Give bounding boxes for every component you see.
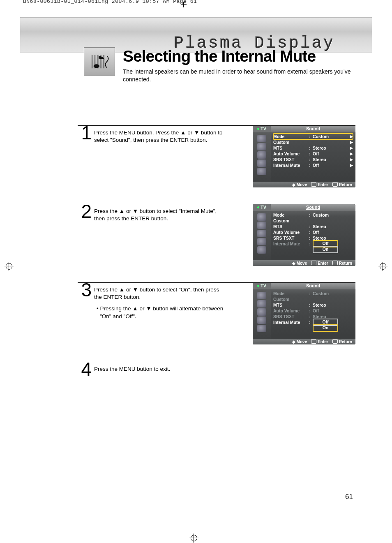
channel-icon	[257, 151, 266, 159]
osd-row-mode: Mode:Custom▶	[273, 134, 353, 139]
svg-point-0	[94, 64, 99, 68]
step-number: 4	[78, 360, 92, 379]
step-number: 2	[78, 202, 92, 221]
osd-row-srs: SRS TSXT:Stereo▶	[273, 157, 353, 162]
music-note-icon	[84, 47, 115, 76]
osd-row-internalmute: Internal Mute:Off▶	[273, 162, 353, 168]
osd-category-icons	[253, 132, 271, 182]
osd-option-on: On	[313, 324, 338, 332]
osd-footer: ◆Move Enter Return	[253, 182, 355, 187]
step-2: 2 Press the ▲ or ▼ button to select "Int…	[78, 204, 355, 273]
step-bullet: • Pressing the ▲ or ▼ button will altern…	[97, 305, 227, 320]
picture-icon	[257, 135, 266, 142]
step-text: Press the MENU button to exit.	[94, 365, 226, 373]
step-text: Press the MENU button. Press the ▲ or ▼ …	[94, 129, 226, 144]
step-3: 3 Press the ▲ or ▼ button to select "On"…	[78, 282, 355, 352]
step-number: 3	[78, 280, 92, 299]
step-text: Press the ▲ or ▼ button to select "On", …	[94, 286, 226, 301]
setup-icon	[257, 159, 266, 167]
osd-tv-label: TV	[253, 126, 271, 132]
osd-screenshot-2: TV Sound Mode:Custom Custom MTS:Stereo A…	[253, 204, 355, 266]
osd-option-on: On	[313, 246, 338, 253]
step-1: 1 Press the MENU button. Press the ▲ or …	[78, 125, 355, 194]
page-number: 61	[345, 493, 353, 501]
sound-icon	[257, 143, 266, 150]
registration-mark-icon	[6, 263, 12, 270]
page-title: Selecting the Internal Mute	[123, 47, 355, 65]
step-text: Press the ▲ or ▼ button to select "Inter…	[94, 208, 226, 222]
step-4: 4 Press the MENU button to exit.	[78, 362, 355, 390]
registration-mark-icon	[380, 263, 386, 270]
function-icon	[257, 168, 266, 175]
osd-sound-label: Sound	[271, 126, 355, 132]
osd-screenshot-3: TV Sound Mode:Custom Custom MTS:Stereo A…	[253, 283, 355, 344]
osd-screenshot-1: TV Sound Mode:Custom▶ Custom▶ MTS:Ster	[253, 126, 355, 187]
step-number: 1	[78, 123, 92, 142]
osd-row-autovolume: Auto Volume:Off▶	[273, 151, 353, 157]
osd-row-custom: Custom▶	[273, 139, 353, 145]
intro-text: The internal speakers can be muted in or…	[123, 68, 355, 83]
osd-row-mts: MTS:Stereo▶	[273, 145, 353, 151]
